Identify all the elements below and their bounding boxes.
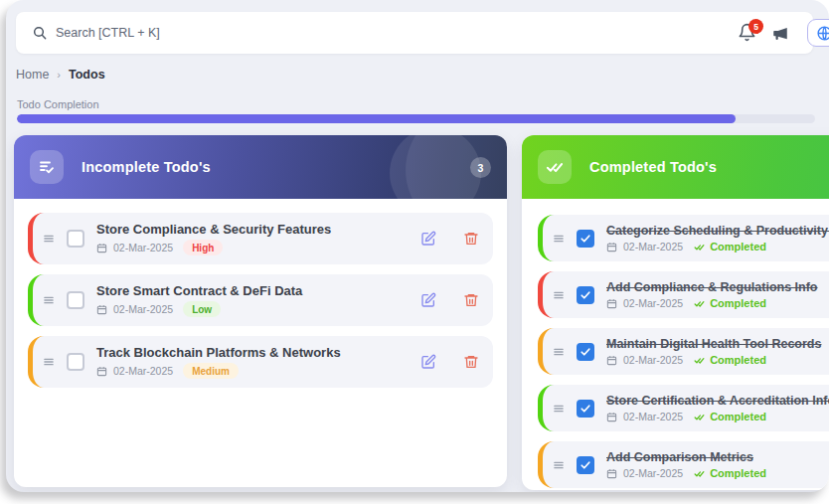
todo-completion-label: Todo Completion: [17, 98, 99, 110]
todo-text: Maintain Digital Health Tool Records 02-…: [606, 337, 829, 366]
todo-text: Store Smart Contract & DeFi Data 02-Mar-…: [96, 283, 410, 317]
incomplete-count-badge: 3: [470, 157, 491, 178]
top-bar: 5: [16, 12, 813, 54]
notifications-bell-icon[interactable]: 5: [738, 23, 759, 45]
calendar-icon: [606, 298, 617, 309]
todo-date: 02-Mar-2025: [623, 354, 683, 366]
todo-text: Add Compliance & Regulations Info 02-Mar…: [606, 280, 829, 309]
delete-button[interactable]: [462, 231, 479, 248]
todo-title: Add Compliance & Regulations Info: [606, 280, 829, 294]
todo-text: Track Blockchain Platforms & Networks 02…: [96, 345, 410, 379]
calendar-icon: [96, 304, 107, 315]
completed-status: Completed: [693, 241, 766, 252]
todo-checkbox[interactable]: [67, 230, 84, 248]
delete-button[interactable]: [462, 292, 479, 309]
todo-item: Store Smart Contract & DeFi Data 02-Mar-…: [28, 274, 493, 326]
double-check-icon: [538, 150, 572, 184]
todo-date: 02-Mar-2025: [623, 467, 683, 479]
calendar-icon: [606, 355, 617, 366]
drag-handle-icon[interactable]: [552, 232, 566, 246]
breadcrumb-home-link[interactable]: Home: [16, 68, 49, 82]
drag-handle-icon[interactable]: [42, 232, 56, 246]
priority-badge: High: [183, 240, 223, 255]
search-icon: [32, 25, 48, 41]
completed-panel-header: Completed Todo's: [522, 135, 829, 199]
globe-icon: [816, 25, 829, 42]
todo-meta: 02-Mar-2025 Completed: [606, 354, 829, 366]
todo-text: Store Certification & Accreditation Info…: [606, 394, 829, 422]
completed-status: Completed: [693, 411, 766, 422]
edit-button[interactable]: [419, 292, 436, 309]
todo-checkbox-checked[interactable]: [577, 230, 594, 248]
drag-handle-icon[interactable]: [42, 293, 56, 307]
todo-checkbox-checked[interactable]: [577, 400, 594, 418]
double-check-icon: [693, 355, 706, 366]
todo-title: Maintain Digital Health Tool Records: [606, 337, 829, 351]
todo-completion-progress: [17, 114, 815, 123]
priority-badge: Medium: [183, 363, 239, 379]
progress-fill: [17, 114, 736, 123]
completed-status: Completed: [693, 297, 766, 309]
todo-title: Store Smart Contract & DeFi Data: [96, 283, 410, 298]
double-check-icon: [693, 242, 706, 252]
todo-title: Store Compliance & Security Features: [96, 222, 410, 237]
todo-text: Categorize Scheduling & Productivity App…: [606, 224, 829, 252]
drag-handle-icon[interactable]: [552, 402, 566, 416]
incomplete-todo-list: Store Compliance & Security Features 02-…: [14, 199, 507, 412]
drag-handle-icon[interactable]: [42, 355, 56, 369]
completed-status-label: Completed: [710, 467, 766, 479]
calendar-icon: [606, 412, 617, 422]
todo-meta: 02-Mar-2025 Completed: [606, 467, 829, 479]
edit-button[interactable]: [419, 354, 436, 371]
todo-checkbox-checked[interactable]: [577, 343, 594, 361]
todo-date: 02-Mar-2025: [623, 297, 683, 309]
search-input[interactable]: [56, 12, 612, 54]
edit-button[interactable]: [419, 231, 436, 248]
breadcrumb-current: Todos: [69, 68, 105, 82]
todo-text: Store Compliance & Security Features 02-…: [96, 222, 410, 255]
todo-checkbox-checked[interactable]: [577, 456, 594, 474]
todo-date: 02-Mar-2025: [623, 241, 683, 252]
drag-handle-icon[interactable]: [552, 345, 566, 359]
todo-meta: 02-Mar-2025 Low: [96, 301, 410, 317]
todo-title: Store Certification & Accreditation Info: [606, 394, 829, 408]
drag-handle-icon[interactable]: [552, 458, 566, 472]
todo-item: Track Blockchain Platforms & Networks 02…: [28, 336, 493, 388]
todo-title: Track Blockchain Platforms & Networks: [96, 345, 410, 360]
todo-checkbox-checked[interactable]: [577, 286, 594, 304]
announcement-megaphone-icon[interactable]: [771, 25, 791, 43]
completed-status-label: Completed: [710, 297, 766, 309]
breadcrumb: Home › Todos: [16, 68, 105, 82]
todo-date: 02-Mar-2025: [113, 303, 173, 315]
todo-meta: 02-Mar-2025 High: [96, 240, 410, 255]
todo-meta: 02-Mar-2025 Completed: [606, 241, 829, 252]
todo-item: Add Comparison Metrics 02-Mar-2025: [538, 441, 829, 488]
completed-todo-list: Categorize Scheduling & Productivity App…: [522, 199, 829, 490]
todo-date: 02-Mar-2025: [623, 411, 683, 422]
todo-date: 02-Mar-2025: [113, 365, 173, 377]
delete-button[interactable]: [462, 354, 479, 371]
completed-panel-title: Completed Todo's: [589, 159, 717, 175]
todo-text: Add Comparison Metrics 02-Mar-2025: [606, 450, 829, 479]
todo-meta: 02-Mar-2025 Completed: [606, 411, 829, 422]
todo-item: Maintain Digital Health Tool Records 02-…: [538, 328, 829, 375]
double-check-icon: [693, 468, 706, 479]
todo-title: Add Comparison Metrics: [606, 450, 829, 464]
drag-handle-icon[interactable]: [552, 288, 566, 302]
todo-checkbox[interactable]: [67, 353, 84, 371]
app-window: 5 Home › Todos Todo Completion: [6, 0, 829, 492]
completed-status: Completed: [693, 354, 766, 366]
incomplete-panel-title: Incomplete Todo's: [82, 159, 211, 175]
notification-count-badge: 5: [748, 19, 763, 34]
calendar-icon: [96, 243, 107, 253]
language-button[interactable]: [807, 19, 829, 47]
todo-title: Categorize Scheduling & Productivity App…: [606, 224, 829, 238]
todo-item: Add Compliance & Regulations Info 02-Mar…: [538, 271, 829, 318]
completed-status-label: Completed: [710, 241, 766, 252]
todo-meta: 02-Mar-2025 Medium: [96, 363, 410, 379]
decorative-circle: [390, 135, 481, 199]
breadcrumb-separator: ›: [57, 69, 61, 81]
calendar-icon: [96, 366, 107, 377]
todo-checkbox[interactable]: [67, 291, 84, 309]
todo-item: Store Certification & Accreditation Info…: [538, 385, 829, 431]
